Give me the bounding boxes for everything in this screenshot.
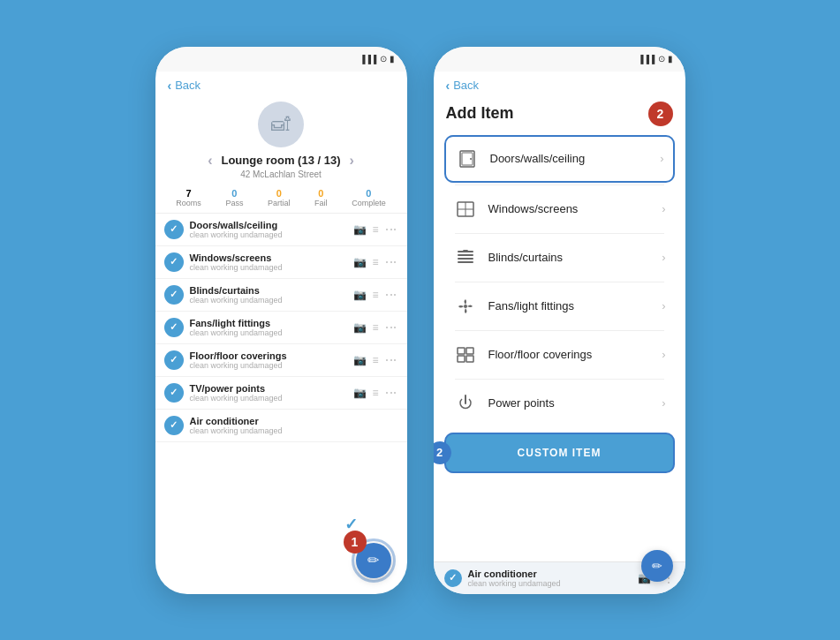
note-icon[interactable]: ≡ xyxy=(372,354,378,366)
item-info: Windows/screens clean working undamaged xyxy=(190,252,348,272)
left-back-button[interactable]: ‹ Back xyxy=(155,72,407,96)
check-icon: ✓ xyxy=(170,223,178,235)
more-icon[interactable]: ⋮ xyxy=(384,354,398,366)
list-item[interactable]: ✓ TV/power points clean working undamage… xyxy=(155,377,407,410)
menu-item-windows[interactable]: Windows/screens › xyxy=(444,187,675,231)
camera-icon[interactable]: 📷 xyxy=(353,387,367,399)
svg-point-2 xyxy=(470,158,472,160)
right-signal-icon: ▐▐▐ xyxy=(638,55,655,64)
svg-rect-15 xyxy=(458,356,465,362)
menu-item-power[interactable]: Power points › xyxy=(444,381,675,425)
blinds-icon xyxy=(453,245,478,270)
left-stat-partial-label: Partial xyxy=(268,199,291,207)
camera-icon[interactable]: 📷 xyxy=(353,289,367,301)
item-sub: clean working undamaged xyxy=(190,296,348,305)
note-icon[interactable]: ≡ xyxy=(372,387,378,399)
item-sub: clean working undamaged xyxy=(190,394,348,403)
list-item[interactable]: ✓ Doors/walls/ceiling clean working unda… xyxy=(155,214,407,246)
list-item[interactable]: ✓ Air conditioner clean working undamage… xyxy=(155,410,407,442)
bottom-check-icon: ✓ xyxy=(449,572,457,584)
camera-icon[interactable]: 📷 xyxy=(353,354,367,366)
item-name: Floor/floor coverings xyxy=(190,350,348,361)
power-chevron-icon: › xyxy=(662,396,665,410)
svg-rect-16 xyxy=(466,356,473,362)
custom-item-button[interactable]: CUSTOM ITEM xyxy=(444,433,675,473)
check-icon: ✓ xyxy=(170,387,178,398)
left-room-title: Lounge room (13 / 13) xyxy=(221,154,340,167)
right-back-chevron-icon: ‹ xyxy=(446,79,450,93)
item-check-circle: ✓ xyxy=(164,383,184,403)
item-name: Fans/light fittings xyxy=(190,318,348,328)
divider xyxy=(455,379,664,380)
list-item[interactable]: ✓ Floor/floor coverings clean working un… xyxy=(155,344,407,377)
right-back-button[interactable]: ‹ Back xyxy=(434,72,685,96)
left-avatar: 🛋 xyxy=(258,102,304,147)
menu-item-floor[interactable]: Floor/floor coverings › xyxy=(444,333,675,377)
left-stat-fail-label: Fail xyxy=(314,199,328,207)
list-item[interactable]: ✓ Fans/light fittings clean working unda… xyxy=(155,312,407,344)
menu-item-windows-label: Windows/screens xyxy=(488,202,652,215)
camera-icon[interactable]: 📷 xyxy=(353,223,367,236)
right-wifi-icon: ⊙ xyxy=(658,54,665,64)
svg-rect-7 xyxy=(458,254,473,256)
add-item-title: Add Item xyxy=(446,104,514,123)
item-actions: 📷 ≡ ⋮ xyxy=(353,387,397,399)
divider xyxy=(455,233,664,234)
power-icon xyxy=(453,391,478,416)
list-item[interactable]: ✓ Windows/screens clean working undamage… xyxy=(155,246,407,279)
left-prev-room-button[interactable]: ‹ xyxy=(208,153,212,169)
left-avatar-area: 🛋 xyxy=(155,96,407,151)
list-item[interactable]: ✓ Blinds/curtains clean working undamage… xyxy=(155,279,407,312)
note-icon[interactable]: ≡ xyxy=(372,256,378,268)
item-actions: 📷 ≡ ⋮ xyxy=(353,321,397,334)
menu-item-fans[interactable]: Fans/light fittings › xyxy=(444,284,675,328)
item-info: Fans/light fittings clean working undama… xyxy=(190,318,348,337)
blinds-chevron-icon: › xyxy=(662,251,665,264)
camera-icon[interactable]: 📷 xyxy=(353,256,367,268)
item-sub: clean working undamaged xyxy=(190,263,348,272)
left-stat-rooms-label: Rooms xyxy=(176,199,201,207)
divider xyxy=(455,184,664,185)
check-icon: ✓ xyxy=(170,289,178,300)
left-avatar-icon: 🛋 xyxy=(271,113,291,136)
left-back-label: Back xyxy=(175,79,201,92)
item-name: Blinds/curtains xyxy=(190,285,348,296)
menu-item-blinds[interactable]: Blinds/curtains › xyxy=(444,236,675,280)
custom-item-wrap: 2 CUSTOM ITEM xyxy=(434,425,685,480)
window-icon xyxy=(453,197,478,222)
svg-point-12 xyxy=(464,305,467,308)
more-icon[interactable]: ⋮ xyxy=(384,223,398,236)
menu-item-doors[interactable]: Doors/walls/ceiling › xyxy=(444,135,675,183)
note-icon[interactable]: ≡ xyxy=(372,321,378,334)
item-name: TV/power points xyxy=(190,383,348,394)
item-check-circle: ✓ xyxy=(164,220,184,239)
more-icon[interactable]: ⋮ xyxy=(384,289,398,301)
left-status-bar: ▐▐▐ ⊙ ▮ xyxy=(155,47,407,72)
left-next-room-button[interactable]: › xyxy=(350,153,354,169)
item-name: Doors/walls/ceiling xyxy=(190,220,348,230)
item-sub: clean working undamaged xyxy=(190,230,348,239)
left-stat-complete: 0 Complete xyxy=(352,188,386,207)
more-icon[interactable]: ⋮ xyxy=(384,387,398,399)
more-icon[interactable]: ⋮ xyxy=(384,256,398,268)
menu-item-fans-label: Fans/light fittings xyxy=(488,299,652,312)
left-back-chevron-icon: ‹ xyxy=(168,79,172,93)
left-stat-pass-value: 0 xyxy=(225,188,243,199)
camera-icon[interactable]: 📷 xyxy=(353,321,367,334)
item-name: Air conditioner xyxy=(190,416,354,426)
menu-item-doors-label: Doors/walls/ceiling xyxy=(490,152,650,165)
left-room-nav: ‹ Lounge room (13 / 13) › xyxy=(164,153,398,169)
signal-icon: ▐▐▐ xyxy=(359,55,376,64)
note-icon[interactable]: ≡ xyxy=(372,223,378,236)
item-name: Windows/screens xyxy=(190,252,348,263)
item-info: Air conditioner clean working undamaged xyxy=(190,416,354,435)
note-icon[interactable]: ≡ xyxy=(372,289,378,301)
right-edit-fab[interactable]: ✏ xyxy=(641,550,673,582)
left-stat-fail-value: 0 xyxy=(314,188,328,199)
more-icon[interactable]: ⋮ xyxy=(384,321,398,334)
badge-1: 1 xyxy=(344,531,367,553)
left-stat-pass-label: Pass xyxy=(225,199,243,207)
check-icon: ✓ xyxy=(170,419,178,431)
windows-chevron-icon: › xyxy=(662,202,665,215)
left-stat-complete-value: 0 xyxy=(352,188,386,199)
